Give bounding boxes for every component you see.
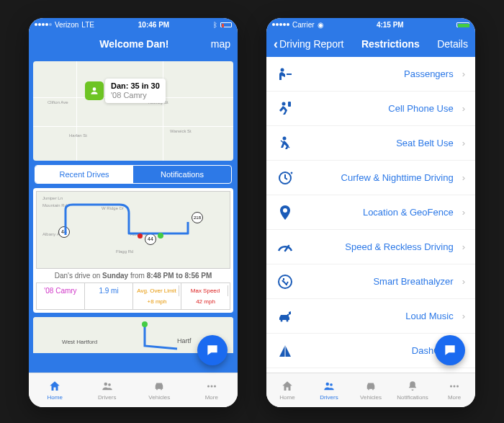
tab-vehicles[interactable]: Vehicles bbox=[350, 373, 392, 407]
segment-control: Recent Drives Notifications bbox=[35, 165, 232, 184]
chevron-right-icon: › bbox=[462, 311, 465, 321]
status-time: 10:46 PM bbox=[138, 21, 169, 29]
phone-home: Verizon LTE 10:46 PM ᛒ Welcome Dan! map … bbox=[29, 18, 238, 407]
tab-bar: Home Drivers Vehicles Notifications More bbox=[266, 373, 475, 407]
stat-distance: 1.9 mi bbox=[85, 283, 133, 309]
page-title: Welcome Dan! bbox=[99, 38, 168, 50]
nav-header: ‹Driving Report Restrictions Details bbox=[266, 31, 475, 57]
car-icon bbox=[153, 380, 166, 393]
tab-notifications[interactable]: Notifications bbox=[133, 166, 231, 183]
svg-point-0 bbox=[93, 87, 96, 91]
svg-point-10 bbox=[283, 136, 287, 140]
curfew-icon bbox=[276, 169, 294, 187]
pin-line1: Dan: 35 in 30 bbox=[111, 81, 160, 91]
pin-line2: '08 Camry bbox=[111, 91, 160, 100]
svg-point-19 bbox=[450, 386, 452, 388]
svg-point-12 bbox=[283, 208, 287, 213]
tab-drivers[interactable]: Drivers bbox=[81, 373, 134, 407]
network: LTE bbox=[81, 21, 94, 29]
chevron-right-icon: › bbox=[462, 207, 465, 218]
svg-point-21 bbox=[456, 386, 459, 388]
chevron-left-icon: ‹ bbox=[274, 37, 278, 52]
svg-rect-7 bbox=[287, 74, 292, 75]
svg-point-18 bbox=[330, 383, 333, 386]
svg-point-6 bbox=[281, 68, 284, 71]
phone-restrictions: Carrier ◉ 4:15 PM ‹Driving Report Restri… bbox=[266, 18, 475, 407]
nav-header: Welcome Dan! map bbox=[29, 31, 238, 57]
driver-pin-icon bbox=[85, 81, 104, 100]
item-geofence[interactable]: Location & GeoFence › bbox=[266, 195, 475, 230]
svg-point-5 bbox=[214, 386, 216, 388]
item-seatbelt[interactable]: Seat Belt Use › bbox=[266, 126, 475, 161]
item-loudmusic[interactable]: Loud Music › bbox=[266, 299, 475, 334]
page-title: Restrictions bbox=[361, 38, 420, 50]
details-button[interactable]: Details bbox=[437, 38, 468, 50]
dashcam-icon bbox=[276, 342, 294, 360]
tab-notifications[interactable]: Notifications bbox=[392, 373, 433, 407]
svg-point-3 bbox=[207, 386, 210, 388]
chat-icon bbox=[205, 343, 220, 357]
chat-fab[interactable] bbox=[435, 335, 465, 365]
bell-icon bbox=[406, 380, 419, 393]
status-bar: Verizon LTE 10:46 PM ᛒ bbox=[29, 18, 238, 31]
carrier: Carrier bbox=[292, 21, 315, 29]
chevron-right-icon: › bbox=[462, 241, 465, 252]
tab-vehicles[interactable]: Vehicles bbox=[133, 373, 186, 407]
tab-home[interactable]: Home bbox=[29, 373, 81, 407]
item-cellphone[interactable]: Cell Phone Use › bbox=[266, 92, 475, 126]
battery-icon bbox=[456, 22, 469, 27]
music-icon bbox=[276, 308, 294, 325]
svg-point-13 bbox=[279, 275, 292, 288]
bluetooth-icon: ᛒ bbox=[213, 21, 217, 29]
home-icon bbox=[48, 380, 61, 393]
breathalyzer-icon bbox=[276, 273, 294, 290]
drive-card[interactable]: Juniper Ln Mountain Rd Albany Ave W Ridg… bbox=[33, 188, 233, 313]
drivers-icon bbox=[323, 380, 336, 393]
drive-stats: '08 Camry 1.9 mi Avg. Over Limit+8 mph M… bbox=[36, 282, 230, 310]
chat-fab[interactable] bbox=[197, 335, 228, 365]
svg-point-17 bbox=[326, 383, 330, 386]
tab-more[interactable]: More bbox=[433, 373, 475, 407]
svg-point-16 bbox=[287, 313, 289, 315]
drive-summary: Dan's drive on Sunday from 8:48 PM to 8:… bbox=[36, 269, 230, 282]
svg-point-15 bbox=[287, 319, 289, 321]
back-button[interactable]: ‹Driving Report bbox=[274, 37, 343, 52]
item-curfew[interactable]: Curfew & Nighttime Driving › bbox=[266, 161, 475, 195]
item-breathalyzer[interactable]: Smart Breathalyzer › bbox=[266, 264, 475, 299]
home-icon bbox=[281, 380, 294, 393]
tab-bar: Home Drivers Vehicles More bbox=[29, 373, 238, 407]
svg-point-14 bbox=[281, 319, 283, 321]
passengers-icon bbox=[276, 66, 294, 83]
item-speed[interactable]: Speed & Reckless Driving › bbox=[266, 230, 475, 264]
tab-home[interactable]: Home bbox=[266, 373, 308, 407]
chevron-right-icon: › bbox=[462, 103, 465, 114]
svg-point-8 bbox=[282, 102, 286, 105]
chevron-right-icon: › bbox=[462, 276, 465, 287]
item-passengers[interactable]: Passengers › bbox=[266, 57, 475, 92]
carrier: Verizon bbox=[55, 21, 78, 29]
battery-icon bbox=[220, 22, 232, 27]
drive-map: Juniper Ln Mountain Rd Albany Ave W Ridg… bbox=[36, 191, 230, 269]
restrictions-list: Passengers › Cell Phone Use › Seat Belt … bbox=[266, 57, 475, 373]
stat-max: Max Speed42 mph bbox=[181, 283, 230, 309]
chevron-right-icon: › bbox=[462, 68, 465, 79]
tab-recent-drives[interactable]: Recent Drives bbox=[35, 166, 133, 183]
status-bar: Carrier ◉ 4:15 PM bbox=[266, 18, 475, 31]
more-icon bbox=[448, 380, 461, 393]
chevron-right-icon: › bbox=[462, 138, 465, 148]
chevron-right-icon: › bbox=[462, 172, 465, 183]
svg-point-1 bbox=[104, 383, 107, 386]
map-button[interactable]: map bbox=[211, 38, 230, 50]
tab-more[interactable]: More bbox=[186, 373, 238, 407]
home-body: Clifton Ave Keeney St Warwick St Harlan … bbox=[29, 57, 238, 373]
tab-drivers[interactable]: Drivers bbox=[308, 373, 350, 407]
location-icon bbox=[276, 204, 294, 221]
driver-pin-bubble[interactable]: Dan: 35 in 30 '08 Camry bbox=[105, 79, 166, 103]
stat-car: '08 Camry bbox=[37, 283, 85, 309]
svg-rect-9 bbox=[288, 102, 291, 107]
more-icon bbox=[205, 380, 218, 393]
cellphone-icon bbox=[276, 100, 294, 117]
svg-point-4 bbox=[210, 386, 212, 388]
location-map[interactable]: Clifton Ave Keeney St Warwick St Harlan … bbox=[33, 61, 233, 161]
stat-avg: Avg. Over Limit+8 mph bbox=[133, 283, 181, 309]
